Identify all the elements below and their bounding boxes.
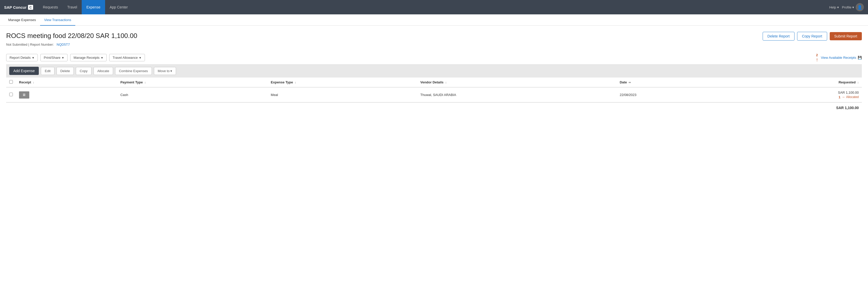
print-share-dropdown[interactable]: Print/Share ▼ bbox=[40, 54, 68, 61]
arrow-up-icon: ↑ bbox=[815, 57, 818, 62]
requested-cell: SAR 1,100.00 1 → Allocated bbox=[725, 87, 862, 102]
expense-table: Receipt ↕ Payment Type ↕ Expense Type ↕ … bbox=[6, 77, 862, 113]
profile-label: Profile ▾ bbox=[842, 5, 854, 9]
chevron-down-icon: ▼ bbox=[100, 56, 103, 59]
move-to-button[interactable]: Move to ▾ bbox=[154, 67, 176, 75]
top-navigation: SAP Concur C Requests Travel Expense App… bbox=[0, 0, 868, 14]
row-checkbox[interactable] bbox=[9, 93, 13, 96]
select-all-checkbox[interactable] bbox=[9, 80, 13, 84]
report-number-value[interactable]: NQD5T7 bbox=[57, 43, 70, 46]
col-receipt: Receipt ↕ bbox=[16, 77, 117, 87]
sort-icon[interactable]: ↕ bbox=[858, 81, 859, 84]
toolbar-row: Report Details ▼ Print/Share ▼ Manage Re… bbox=[6, 51, 862, 64]
logo-text: SAP Concur bbox=[4, 5, 27, 9]
table-body: 🖼 Cash Meal Thuwal, SAUDI ARABIA 22/08/2… bbox=[6, 87, 862, 113]
subnav-manage-expenses[interactable]: Manage Expenses bbox=[4, 14, 40, 26]
report-status-text: Not Submitted bbox=[6, 43, 27, 46]
chevron-down-icon: ▼ bbox=[32, 56, 34, 59]
allocated-label: Allocated bbox=[846, 95, 859, 99]
chevron-down-icon: ▼ bbox=[61, 56, 64, 59]
table-header: Receipt ↕ Payment Type ↕ Expense Type ↕ … bbox=[6, 77, 862, 87]
profile-menu[interactable]: Profile ▾ 👤 bbox=[842, 3, 864, 11]
nav-app-center[interactable]: App Center bbox=[105, 0, 132, 14]
receipts-badge: 2 bbox=[816, 53, 818, 57]
view-receipts-label[interactable]: View Available Receipts bbox=[821, 56, 856, 60]
add-expense-button[interactable]: Add Expense bbox=[9, 67, 39, 75]
arrow-right-icon: → bbox=[841, 95, 845, 99]
col-expense-type: Expense Type ↕ bbox=[268, 77, 417, 87]
sub-navigation: Manage Expenses View Transactions bbox=[0, 14, 868, 26]
report-details-dropdown[interactable]: Report Details ▼ bbox=[6, 54, 38, 61]
date-cell: 22/08/2023 bbox=[617, 87, 725, 102]
avatar: 👤 bbox=[856, 3, 864, 11]
requested-amount: SAR 1,100.00 bbox=[838, 91, 859, 95]
combine-expenses-button[interactable]: Combine Expenses bbox=[115, 67, 152, 75]
total-amount: SAR 1,100.00 bbox=[725, 102, 862, 113]
app-logo: SAP Concur C bbox=[4, 5, 33, 10]
sort-icon[interactable]: ↕ bbox=[295, 81, 296, 84]
report-number-label: Report Number: bbox=[30, 43, 54, 46]
edit-button[interactable]: Edit bbox=[41, 67, 54, 75]
sort-icon[interactable]: ↕ bbox=[145, 81, 146, 84]
sort-icon[interactable]: ↕ bbox=[445, 81, 447, 84]
nav-travel[interactable]: Travel bbox=[63, 0, 82, 14]
allocated-badge: 1 bbox=[838, 95, 840, 99]
submit-report-button[interactable]: Submit Report bbox=[830, 32, 862, 40]
table-row: 🖼 Cash Meal Thuwal, SAUDI ARABIA 22/08/2… bbox=[6, 87, 862, 102]
receipt-icon: 🖼 bbox=[23, 94, 25, 96]
nav-expense[interactable]: Expense bbox=[82, 0, 105, 14]
subnav-view-transactions[interactable]: View Transactions bbox=[40, 14, 75, 26]
receipt-cell: 🖼 bbox=[16, 87, 117, 102]
col-requested: Requested ↕ bbox=[725, 77, 862, 87]
delete-button[interactable]: Delete bbox=[57, 67, 74, 75]
col-payment-type: Payment Type ↕ bbox=[117, 77, 268, 87]
help-menu[interactable]: Help ▾ bbox=[829, 5, 839, 9]
report-header: ROCS meeting food 22/08/20 SAR 1,100.00 … bbox=[6, 32, 862, 41]
col-vendor-details: Vendor Details ↕ bbox=[417, 77, 617, 87]
toolbar-left: Report Details ▼ Print/Share ▼ Manage Re… bbox=[6, 54, 815, 61]
manage-receipts-dropdown[interactable]: Manage Receipts ▼ bbox=[70, 54, 106, 61]
receipts-icon: 💾 bbox=[858, 56, 862, 60]
travel-allowance-dropdown[interactable]: Travel Allowance ▼ bbox=[109, 54, 145, 61]
vendor-details-cell: Thuwal, SAUDI ARABIA bbox=[417, 87, 617, 102]
sort-icon[interactable]: ⇔ bbox=[628, 81, 631, 84]
total-row: SAR 1,100.00 bbox=[6, 102, 862, 113]
copy-button[interactable]: Copy bbox=[76, 67, 91, 75]
allocate-button[interactable]: Allocate bbox=[94, 67, 113, 75]
report-action-buttons: Delete Report Copy Report Submit Report bbox=[763, 32, 862, 41]
copy-report-button[interactable]: Copy Report bbox=[797, 32, 827, 41]
delete-report-button[interactable]: Delete Report bbox=[763, 32, 795, 41]
action-bar: Add Expense Edit Delete Copy Allocate Co… bbox=[6, 64, 862, 77]
receipt-thumbnail: 🖼 bbox=[19, 92, 29, 99]
col-date: Date ⇔ bbox=[617, 77, 725, 87]
nav-requests[interactable]: Requests bbox=[38, 0, 63, 14]
chevron-down-icon: ▼ bbox=[139, 56, 142, 59]
main-content: ROCS meeting food 22/08/20 SAR 1,100.00 … bbox=[0, 26, 868, 289]
sort-icon[interactable]: ↕ bbox=[33, 81, 34, 84]
report-status-bar: Not Submitted | Report Number: NQD5T7 bbox=[6, 43, 862, 46]
logo-box: C bbox=[28, 5, 33, 10]
report-title: ROCS meeting food 22/08/20 SAR 1,100.00 bbox=[6, 32, 137, 40]
view-available-receipts[interactable]: 2 ↑ View Available Receipts 💾 bbox=[815, 53, 862, 62]
expense-type-cell: Meal bbox=[268, 87, 417, 102]
payment-type-cell: Cash bbox=[117, 87, 268, 102]
